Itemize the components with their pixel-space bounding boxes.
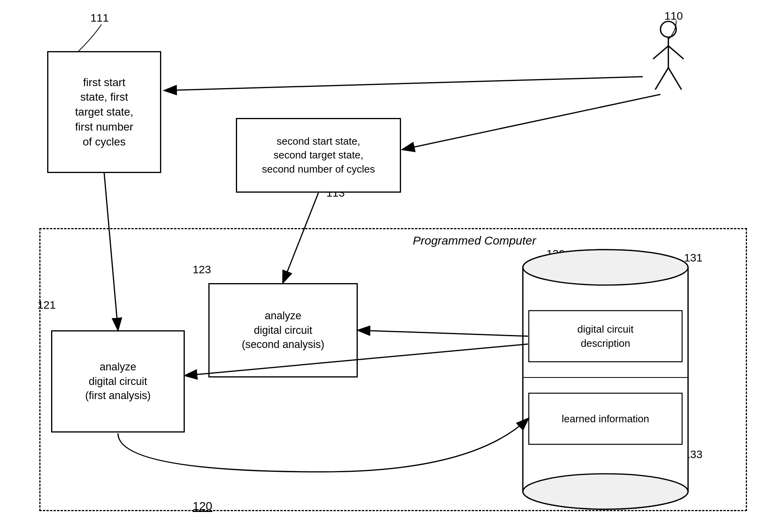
svg-line-4 [655,68,668,90]
box-111: first start state, first target state, f… [47,51,161,173]
label-120: 120 [193,499,212,513]
svg-line-3 [668,46,684,59]
svg-line-2 [653,46,668,59]
svg-line-21 [403,94,660,149]
svg-point-0 [660,21,676,37]
box-121: analyze digital circuit (first analysis) [51,330,185,433]
box-123: analyze digital circuit (second analysis… [208,283,358,377]
person-110 [645,20,692,100]
svg-line-20 [165,77,643,90]
diagram-container: 111 110 113 121 123 130 131 133 first st… [0,0,780,532]
programmed-computer-label: Programmed Computer [413,234,536,247]
label-111: 111 [90,12,109,24]
box-113: second start state, second target state,… [236,118,401,193]
svg-line-5 [668,68,681,90]
